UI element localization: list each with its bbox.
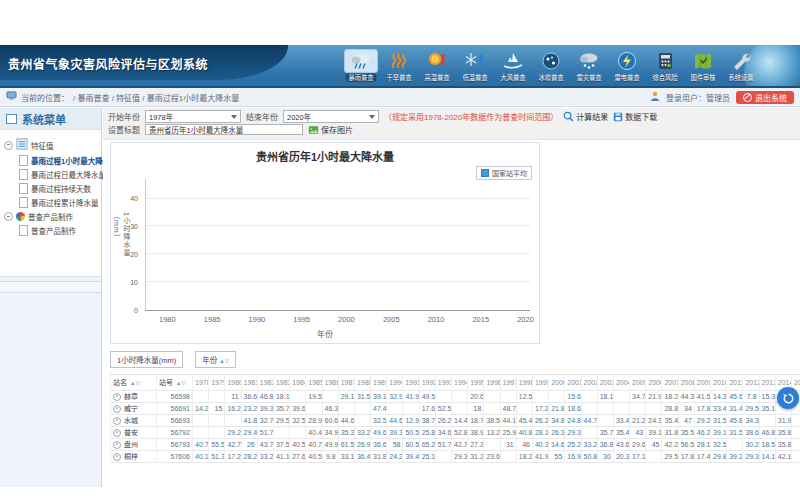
station-name-cell[interactable]: 赫章 — [111, 391, 157, 403]
tree-item[interactable]: 暴雨过程1小时最大降水量 — [19, 155, 99, 166]
year-header-2002: 2002 — [582, 375, 598, 391]
start-year-select[interactable]: 1978年 — [145, 110, 241, 123]
gridline — [146, 225, 530, 226]
x-tick-label: 2005 — [383, 315, 400, 324]
value-cell-2004: 20.3 — [614, 451, 630, 463]
value-cell-1998 — [517, 403, 533, 415]
end-year-select[interactable]: 2020年 — [283, 110, 379, 123]
toggle-icon[interactable] — [4, 141, 13, 150]
year-header-2011: 2011 — [727, 375, 743, 391]
value-cell-1998: 18.2 — [517, 451, 533, 463]
tree-item[interactable]: 暴雨过程持续天数 — [19, 183, 99, 194]
document-icon — [19, 155, 28, 166]
tree-item[interactable]: 普查产品制作 — [19, 225, 99, 236]
save-image-button[interactable]: 保存图片 — [308, 124, 353, 135]
value-cell-2006 — [646, 451, 662, 463]
station-name-cell[interactable]: 水城 — [111, 415, 157, 427]
value-cell-2012: 38.6 — [743, 427, 759, 439]
value-cell-2013: 14.1 — [760, 451, 776, 463]
breadcrumb-location-label: 当前的位置： — [21, 92, 69, 103]
value-cell-1989: 47.4 — [371, 403, 387, 415]
value-cell-1978 — [193, 415, 209, 427]
row-radio[interactable] — [113, 441, 121, 449]
refresh-spinner[interactable] — [777, 387, 799, 409]
value-cell-2007: 29.5 — [662, 451, 678, 463]
nav-map-check[interactable]: 图件审核 — [686, 49, 720, 82]
chart-title-input[interactable] — [145, 124, 303, 135]
data-table-zone: 1小时降水量(mm) 年份 ▲▽ 站名 ▲▽站号 ▲▽1978197919801… — [110, 351, 800, 487]
tree-item[interactable]: 暴雨过程日最大降水量 — [19, 169, 99, 180]
logout-button[interactable]: 退出系统 — [736, 91, 794, 104]
value-cell-1986: 46.3 — [323, 403, 339, 415]
row-radio[interactable] — [113, 453, 121, 461]
tree-item[interactable]: 暴雨过程累计降水量 — [19, 197, 99, 208]
year-sort-control[interactable]: 年份 ▲▽ — [195, 351, 236, 368]
breadcrumb-path[interactable]: / 暴雨普查 / 特征值 / 暴雨过程1小时最大降水量 — [73, 92, 239, 103]
value-cell-1996 — [484, 439, 500, 451]
heat-waves-icon — [382, 49, 416, 73]
year-header-1983: 1983 — [274, 375, 290, 391]
app-header: 贵州省气象灾害风险评估与区划系统 暴雨普查干旱普查高温普查低温普查大风普查冰雹普… — [0, 45, 800, 88]
value-cell-1979: 51.3 — [209, 451, 225, 463]
nav-label: 暴雨普查 — [346, 73, 377, 81]
value-cell-2006: 39.1 — [646, 427, 662, 439]
x-tick-label: 2000 — [338, 315, 355, 324]
row-radio[interactable] — [113, 393, 121, 401]
download-button[interactable]: 数据下载 — [613, 111, 657, 122]
row-radio[interactable] — [113, 405, 121, 413]
nav-hail[interactable]: 冰雹普查 — [534, 49, 568, 82]
nav-snow-cloud[interactable]: 雪灾普查 — [572, 49, 606, 82]
value-filter-box[interactable]: 1小时降水量(mm) — [110, 351, 183, 368]
value-cell-2002 — [582, 403, 598, 415]
toggle-icon[interactable] — [4, 212, 13, 221]
value-cell-1979 — [209, 415, 225, 427]
value-cell-1978: 40.7 — [193, 439, 209, 451]
row-radio[interactable] — [113, 417, 121, 425]
value-cell-2009: 28.1 — [695, 439, 711, 451]
map-check-icon — [686, 49, 720, 73]
value-cell-2004 — [614, 391, 630, 403]
value-cell-1990: 32.9 — [387, 391, 403, 403]
tree-group[interactable]: 特征值 — [4, 138, 99, 152]
value-cell-1986: 49.9 — [323, 439, 339, 451]
calculate-button[interactable]: 计算结果 — [563, 111, 608, 122]
row-radio[interactable] — [113, 429, 121, 437]
tree-group[interactable]: 普查产品制作 — [4, 211, 99, 222]
value-cell-1991: 12.9 — [403, 415, 419, 427]
station-name-header[interactable]: 站名 ▲▽ — [111, 375, 157, 391]
value-cell-2010: 39.1 — [711, 427, 727, 439]
nav-rain-cloud[interactable]: 暴雨普查 — [344, 49, 378, 82]
station-name-cell[interactable]: 威宁 — [111, 403, 157, 415]
value-cell-1979: 15 — [209, 403, 225, 415]
value-cell-1995: 20.6 — [468, 391, 484, 403]
nav-wrench[interactable]: 系统设置 — [724, 49, 758, 82]
value-cell-2003: 36.8 — [598, 439, 614, 451]
sidebar: 系统菜单 特征值暴雨过程1小时最大降水量暴雨过程日最大降水量暴雨过程持续天数暴雨… — [0, 108, 102, 487]
value-cell-2014: 35.8 — [776, 439, 792, 451]
station-name-cell[interactable]: 桐梓 — [111, 451, 157, 463]
nav-sun-thermometer[interactable]: 高温普查 — [420, 49, 454, 82]
station-name-cell[interactable]: 盘州 — [111, 439, 157, 451]
value-cell-2010: 29.8 — [711, 451, 727, 463]
value-cell-2004: 43.6 — [614, 439, 630, 451]
nav-heat-waves[interactable]: 干旱普查 — [382, 49, 416, 82]
year-header-2009: 2009 — [695, 375, 711, 391]
value-cell-2004 — [614, 403, 630, 415]
value-cell-2011: 31.5 — [727, 427, 743, 439]
app-title-banner: 贵州省气象灾害风险评估与区划系统 — [0, 45, 288, 80]
y-axis: 1小时降水量（mm） 010203040 — [111, 179, 142, 311]
value-cell-2005: 34.7 — [630, 391, 646, 403]
value-cell-2010: 32.5 — [711, 439, 727, 451]
nav-label: 冰雹普查 — [536, 73, 567, 81]
year-header-1980: 1980 — [225, 375, 241, 391]
nav-wind[interactable]: 大风普查 — [496, 49, 530, 82]
nav-snow-thermometer[interactable]: 低温普查 — [458, 49, 492, 82]
sidebar-header: 系统菜单 — [0, 108, 101, 129]
image-icon — [308, 125, 319, 135]
nav-calculator[interactable]: 综合风险 — [648, 49, 682, 82]
station-id-header[interactable]: 站号 ▲▽ — [157, 375, 193, 391]
nav-lightning[interactable]: 雷电普查 — [610, 49, 644, 82]
station-name-cell[interactable]: 普安 — [111, 427, 157, 439]
value-cell-2012: 34.3 — [743, 415, 759, 427]
document-icon — [19, 169, 28, 180]
